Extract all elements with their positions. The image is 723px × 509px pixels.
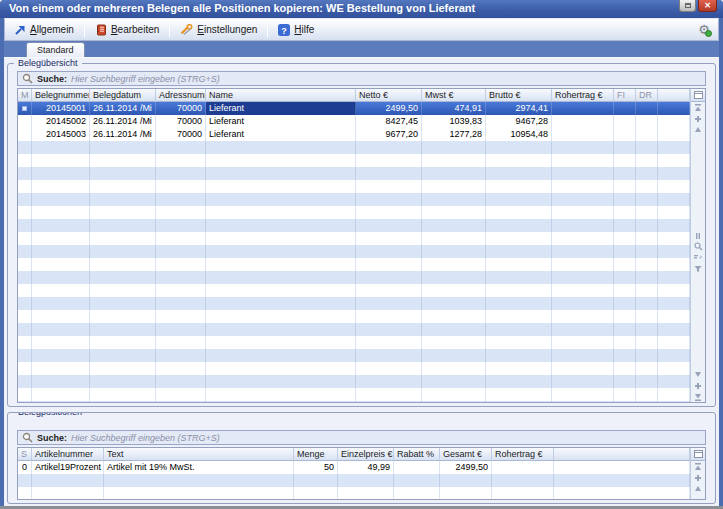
- grid-cell[interactable]: 1039,83: [422, 115, 486, 128]
- grid-cell[interactable]: 50: [294, 461, 338, 474]
- grid-cell[interactable]: 0: [18, 461, 32, 474]
- grid-cell[interactable]: 49,99: [338, 461, 394, 474]
- scroll-top-button[interactable]: [691, 461, 705, 472]
- column-header[interactable]: Belegnummer: [32, 89, 90, 102]
- grid-cell[interactable]: [492, 461, 554, 474]
- grid-cell[interactable]: [614, 128, 636, 141]
- column-header[interactable]: M: [18, 89, 32, 102]
- column-header[interactable]: S: [18, 448, 32, 461]
- empty-cell: [614, 167, 636, 180]
- grid-cell[interactable]: Artikel mit 19% MwSt.: [104, 461, 294, 474]
- grid-cell[interactable]: 70000: [156, 102, 206, 115]
- sync-gear-icon[interactable]: ⚙: [698, 23, 710, 36]
- grid-cell[interactable]: 26.11.2014 /Mi: [90, 102, 156, 115]
- empty-cell: [422, 388, 486, 401]
- grid-cell[interactable]: 10954,48: [486, 128, 552, 141]
- scroll-down-button[interactable]: [691, 369, 705, 380]
- sort-button[interactable]: [694, 252, 703, 263]
- grid-cell[interactable]: 70000: [156, 115, 206, 128]
- column-chooser-button[interactable]: [691, 448, 705, 461]
- column-header[interactable]: Text: [104, 448, 294, 461]
- zoom-button[interactable]: [694, 241, 703, 252]
- column-header[interactable]: Name: [206, 89, 356, 102]
- column-header[interactable]: DR: [636, 89, 658, 102]
- grid-cell[interactable]: [636, 115, 658, 128]
- empty-cell: [18, 284, 32, 297]
- grid-cell[interactable]: 2499,50: [356, 102, 422, 115]
- grid-cell[interactable]: 2974,41: [486, 102, 552, 115]
- grid-cell[interactable]: 474,91: [422, 102, 486, 115]
- grid-cell[interactable]: [614, 115, 636, 128]
- menu-item-allgemein[interactable]: Allgemein: [5, 19, 83, 40]
- table-row[interactable]: 2014500226.11.2014 /Mi70000Lieferant8427…: [18, 115, 690, 128]
- grid-cell[interactable]: Lieferant: [206, 128, 356, 141]
- grid-cell[interactable]: [394, 461, 440, 474]
- column-header[interactable]: Einzelpreis €: [338, 448, 394, 461]
- column-header[interactable]: Belegdatum: [90, 89, 156, 102]
- grid-cell[interactable]: [18, 102, 32, 115]
- scroll-bottom-button[interactable]: [691, 391, 705, 402]
- empty-cell: [156, 219, 206, 232]
- grid-cell[interactable]: [614, 102, 636, 115]
- add-row-button[interactable]: [691, 472, 705, 483]
- column-header[interactable]: Menge: [294, 448, 338, 461]
- grid-cell[interactable]: 8427,45: [356, 115, 422, 128]
- grid-cell[interactable]: [552, 102, 614, 115]
- grid-cell[interactable]: 2499,50: [440, 461, 492, 474]
- column-header[interactable]: Brutto €: [486, 89, 552, 102]
- grid-cell[interactable]: 20145003: [32, 128, 90, 141]
- column-chooser-button[interactable]: [691, 89, 705, 102]
- scroll-top-button[interactable]: [691, 102, 705, 113]
- empty-row: [18, 474, 690, 487]
- grid-cell[interactable]: Lieferant: [206, 102, 356, 115]
- column-header[interactable]: Artikelnummer: [32, 448, 104, 461]
- add-row-button[interactable]: [691, 113, 705, 124]
- empty-cell: [552, 141, 614, 154]
- grid-cell[interactable]: 1277,28: [422, 128, 486, 141]
- menu-item-hilfe[interactable]: ?Hilfe: [269, 19, 323, 40]
- grid-cell[interactable]: 20145001: [32, 102, 90, 115]
- table-row[interactable]: 2014500326.11.2014 /Mi70000Lieferant9677…: [18, 128, 690, 141]
- table-row[interactable]: 2014500126.11.2014 /Mi70000Lieferant2499…: [18, 102, 690, 115]
- column-header[interactable]: Gesamt €: [440, 448, 492, 461]
- overview-search-bar[interactable]: Suche: Hier Suchbegriff eingeben (STRG+S…: [17, 71, 706, 86]
- filter-button[interactable]: [694, 263, 703, 274]
- add-row-button[interactable]: [691, 380, 705, 391]
- grid-cell[interactable]: 70000: [156, 128, 206, 141]
- grid-cell[interactable]: 20145002: [32, 115, 90, 128]
- grid-cell[interactable]: 9677,20: [356, 128, 422, 141]
- column-header[interactable]: FI: [614, 89, 636, 102]
- grid-cell[interactable]: [636, 102, 658, 115]
- grid-cell[interactable]: [552, 128, 614, 141]
- column-header[interactable]: Rohertrag €: [492, 448, 554, 461]
- split-view-button[interactable]: [694, 230, 703, 241]
- title-bar[interactable]: Von einem oder mehreren Belegen alle Pos…: [0, 0, 723, 18]
- scroll-up-button[interactable]: [691, 483, 705, 494]
- positions-search-bar[interactable]: Suche: Hier Suchbegriff eingeben (STRG+S…: [17, 430, 706, 445]
- column-header[interactable]: Mwst €: [422, 89, 486, 102]
- empty-cell: [156, 154, 206, 167]
- grid-cell[interactable]: [18, 128, 32, 141]
- restore-button[interactable]: [679, 0, 696, 12]
- column-header[interactable]: Rabatt %: [394, 448, 440, 461]
- grid-cell[interactable]: 26.11.2014 /Mi: [90, 128, 156, 141]
- scroll-up-button[interactable]: [691, 124, 705, 135]
- grid-cell[interactable]: [18, 115, 32, 128]
- close-button[interactable]: ✕: [698, 0, 717, 12]
- selected-row-marker-icon: [22, 106, 27, 111]
- tab-standard[interactable]: Standard: [26, 42, 85, 57]
- grid-cell[interactable]: Lieferant: [206, 115, 356, 128]
- grid-cell[interactable]: [636, 128, 658, 141]
- grid-cell[interactable]: 26.11.2014 /Mi: [90, 115, 156, 128]
- menu-item-bearbeiten[interactable]: Bearbeiten: [86, 19, 168, 40]
- column-header[interactable]: Netto €: [356, 89, 422, 102]
- window-title: Von einem oder mehreren Belegen alle Pos…: [9, 2, 475, 14]
- grid-cell[interactable]: Artikel19Prozent: [32, 461, 104, 474]
- column-header[interactable]: Adressnumm: [156, 89, 206, 102]
- column-header[interactable]: Rohertrag €: [552, 89, 614, 102]
- menu-item-einstellungen[interactable]: Einstellungen: [171, 19, 266, 40]
- table-row[interactable]: 0Artikel19ProzentArtikel mit 19% MwSt.50…: [18, 461, 690, 474]
- empty-cell: [90, 245, 156, 258]
- grid-cell[interactable]: 9467,28: [486, 115, 552, 128]
- grid-cell[interactable]: [552, 115, 614, 128]
